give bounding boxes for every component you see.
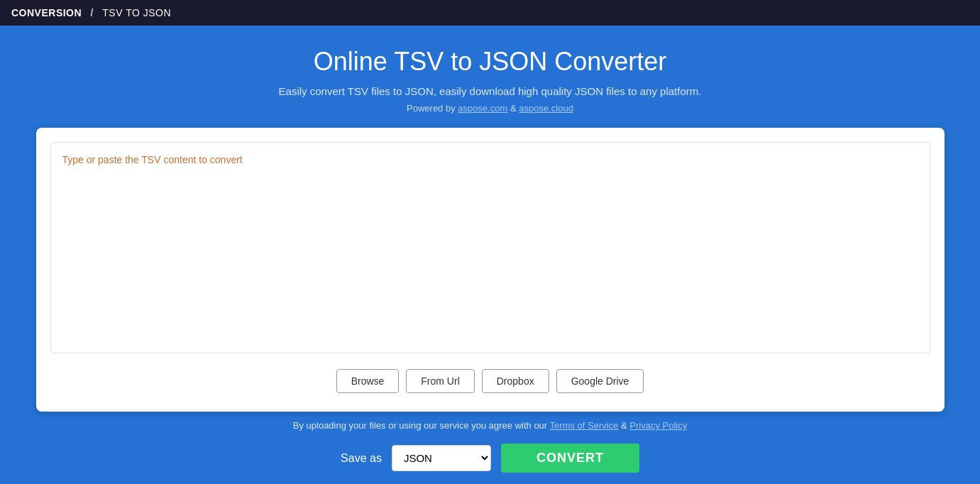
format-select[interactable]: JSON CSV XLSX XML xyxy=(392,445,491,471)
powered-by-separator: & xyxy=(510,103,519,114)
breadcrumb: CONVERSION / TSV TO JSON xyxy=(11,7,171,18)
tsv-input[interactable] xyxy=(62,154,918,339)
breadcrumb-separator: / xyxy=(91,7,94,18)
breadcrumb-child: TSV TO JSON xyxy=(102,7,171,18)
converter-card: Browse From Url Dropbox Google Drive xyxy=(36,128,945,412)
breadcrumb-root[interactable]: CONVERSION xyxy=(11,7,82,18)
convert-button[interactable]: CONVERT xyxy=(501,444,639,473)
action-row: Save as JSON CSV XLSX XML CONVERT xyxy=(341,444,639,473)
terms-row: By uploading your files or using our ser… xyxy=(293,420,687,431)
powered-by-prefix: Powered by xyxy=(407,103,456,114)
main-content: Online TSV to JSON Converter Easily conv… xyxy=(0,26,980,484)
page-subtitle: Easily convert TSV files to JSON, easily… xyxy=(279,85,702,97)
from-url-button[interactable]: From Url xyxy=(406,369,474,393)
aspose-com-link[interactable]: aspose.com xyxy=(458,103,507,114)
terms-prefix: By uploading your files or using our ser… xyxy=(293,420,547,431)
browse-button[interactable]: Browse xyxy=(336,369,400,393)
dropbox-button[interactable]: Dropbox xyxy=(482,369,549,393)
terms-ampersand: & xyxy=(621,420,629,431)
file-source-buttons: Browse From Url Dropbox Google Drive xyxy=(50,365,930,397)
top-bar: CONVERSION / TSV TO JSON xyxy=(0,0,980,26)
google-drive-button[interactable]: Google Drive xyxy=(556,369,644,393)
page-title: Online TSV to JSON Converter xyxy=(314,47,667,77)
save-as-label: Save as xyxy=(341,452,382,465)
terms-link[interactable]: Terms of Service xyxy=(550,420,619,431)
aspose-cloud-link[interactable]: aspose.cloud xyxy=(519,103,573,114)
text-area-container xyxy=(50,142,930,353)
privacy-link[interactable]: Privacy Policy xyxy=(629,420,687,431)
powered-by: Powered by aspose.com & aspose.cloud xyxy=(407,103,573,114)
